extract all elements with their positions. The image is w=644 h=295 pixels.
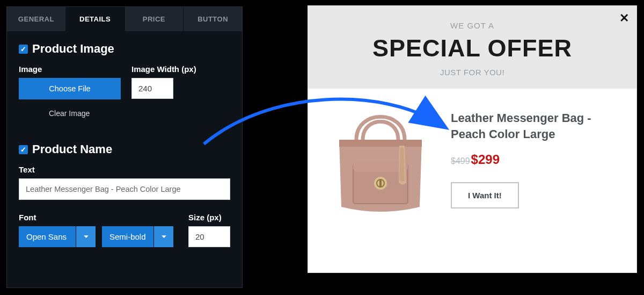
- size-label: Size (px): [188, 213, 230, 222]
- subline-text: JUST FOR YOU!: [319, 68, 626, 77]
- product-name-checkbox[interactable]: ✓: [19, 145, 28, 154]
- product-image-title: Product Image: [32, 42, 114, 56]
- close-icon[interactable]: ✕: [619, 11, 629, 25]
- product-info: Leather Messenger Bag - Peach Color Larg…: [451, 106, 620, 208]
- font-family-value: Open Sans: [19, 226, 76, 247]
- chevron-down-icon: [154, 226, 173, 247]
- font-family-select[interactable]: Open Sans: [19, 226, 96, 247]
- font-weight-value: Semi-bold: [102, 226, 153, 247]
- image-width-input[interactable]: [131, 78, 173, 99]
- eyebrow-text: WE GOT A: [319, 21, 626, 30]
- font-label: Font: [19, 213, 96, 222]
- preview-popup: ✕ WE GOT A SPECIAL OFFER JUST FOR YOU!: [308, 5, 637, 273]
- tab-button[interactable]: BUTTON: [184, 7, 242, 31]
- image-width-label: Image Width (px): [131, 64, 196, 74]
- preview-product-name: Leather Messenger Bag - Peach Color Larg…: [451, 110, 620, 142]
- tab-general[interactable]: GENERAL: [7, 7, 65, 31]
- tab-bar: GENERAL DETAILS PRICE BUTTON: [7, 7, 242, 31]
- section-product-name-header: ✓ Product Name: [19, 142, 230, 156]
- cta-button[interactable]: I Want It!: [451, 182, 519, 208]
- product-name-title: Product Name: [32, 142, 112, 156]
- settings-panel: GENERAL DETAILS PRICE BUTTON ✓ Product I…: [6, 6, 243, 288]
- tab-price[interactable]: PRICE: [125, 7, 184, 31]
- product-image-checkbox[interactable]: ✓: [19, 45, 28, 54]
- headline-text: SPECIAL OFFER: [319, 34, 626, 62]
- font-weight-select[interactable]: Semi-bold: [102, 226, 173, 247]
- old-price: $499: [451, 156, 470, 166]
- preview-header: ✕ WE GOT A SPECIAL OFFER JUST FOR YOU!: [308, 6, 636, 89]
- clear-image-link[interactable]: Clear Image: [19, 104, 121, 122]
- chevron-down-icon: [76, 226, 96, 247]
- font-size-input[interactable]: [188, 226, 230, 247]
- section-product-image-header: ✓ Product Image: [19, 42, 230, 56]
- pricing: $499 $299: [451, 152, 620, 167]
- product-name-text-input[interactable]: [19, 178, 230, 200]
- tab-details[interactable]: DETAILS: [66, 7, 125, 31]
- new-price: $299: [471, 152, 500, 167]
- svg-rect-4: [379, 180, 382, 188]
- product-image: [324, 99, 437, 215]
- image-label: Image: [19, 64, 121, 74]
- choose-file-button[interactable]: Choose File: [19, 78, 121, 99]
- text-label: Text: [19, 165, 230, 174]
